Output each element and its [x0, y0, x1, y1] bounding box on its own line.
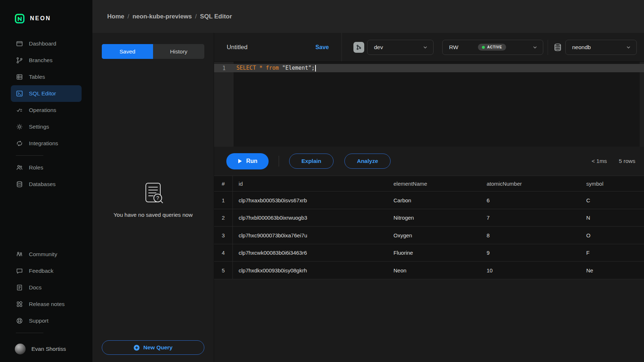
run-button[interactable]: Run	[226, 153, 269, 169]
table-row: 3 clp7hxc9000073b0ixa76ei7u Oxygen 8 O	[214, 227, 644, 244]
docs-icon	[16, 284, 23, 291]
feedback-icon	[16, 267, 23, 275]
sidebar-item-label: Operations	[29, 107, 56, 113]
status-label: ACTIVE	[487, 45, 502, 49]
sidebar-item-support[interactable]: Support	[11, 313, 82, 329]
branch-select[interactable]: dev	[367, 40, 434, 55]
save-query-button[interactable]: Save	[316, 44, 329, 51]
sql-operator-star: *	[259, 65, 266, 71]
cell-element-name: Fluorine	[393, 250, 487, 256]
text-cursor	[315, 65, 316, 72]
header-divider	[548, 40, 548, 55]
tab-history[interactable]: History	[153, 44, 204, 59]
sidebar-item-label: Community	[29, 251, 57, 258]
sidebar-item-settings[interactable]: Settings	[11, 118, 82, 135]
svg-text:?: ?	[156, 195, 159, 201]
table-row: 2 clp7hxbl000063b0ixrwuogb3 Nitrogen 7 N	[214, 209, 644, 227]
line-number: 1	[214, 65, 234, 72]
chevron-down-icon	[626, 44, 631, 50]
breadcrumb-project[interactable]: neon-kube-previews	[132, 13, 192, 20]
cell-id: clp7hxc9000073b0ixa76ei7u	[233, 232, 393, 238]
row-index: 5	[214, 262, 233, 279]
run-label: Run	[246, 158, 257, 164]
sidebar-item-label: Databases	[29, 181, 56, 188]
sql-table-name: "Element";	[282, 65, 314, 71]
cell-element-name: Carbon	[393, 197, 487, 203]
sidebar-item-databases[interactable]: Databases	[11, 176, 82, 193]
chevron-down-icon	[532, 44, 538, 50]
breadcrumb-separator: /	[195, 13, 197, 20]
breadcrumb-current-page: SQL Editor	[200, 13, 232, 20]
code-line-current: 1 SELECT * from "Element";	[214, 64, 644, 72]
neon-logo-icon	[15, 14, 25, 23]
cell-id: clp7hxdkx00093b0isy08gkrh	[233, 267, 393, 273]
operations-icon	[16, 107, 23, 114]
sidebar-item-label: Support	[29, 318, 48, 324]
cell-atomic-number: 10	[487, 267, 586, 273]
sql-code-editor[interactable]: 1 SELECT * from "Element";	[214, 61, 644, 147]
sidebar-item-roles[interactable]: Roles	[11, 159, 82, 176]
sidebar-item-tables[interactable]: Tables	[11, 69, 82, 85]
branch-select-value: dev	[374, 44, 383, 51]
roles-icon	[16, 164, 23, 171]
sidebar-item-release-notes[interactable]: Release notes	[11, 296, 82, 313]
play-icon	[238, 159, 242, 164]
query-title[interactable]: Untitled	[227, 44, 248, 51]
column-header-id: id	[233, 181, 393, 187]
column-header-symbol: symbol	[586, 181, 644, 187]
analyze-button[interactable]: Analyze	[344, 154, 391, 169]
sidebar-item-label: Dashboard	[29, 40, 56, 47]
row-index: 2	[214, 209, 233, 227]
sidebar-item-feedback[interactable]: Feedback	[11, 263, 82, 279]
chevron-down-icon	[422, 44, 428, 50]
neon-console: NEON Dashboard Branches Tables SQL Edito…	[0, 0, 644, 362]
row-index: 4	[214, 244, 233, 262]
query-row-count: 5 rows	[619, 158, 635, 164]
sidebar-item-docs[interactable]: Docs	[11, 279, 82, 296]
sidebar-item-operations[interactable]: Operations	[11, 102, 82, 118]
neon-logo[interactable]: NEON	[0, 12, 92, 25]
sidebar-item-community[interactable]: Community	[11, 246, 82, 263]
explain-button[interactable]: Explain	[289, 154, 334, 169]
sidebar-item-integrations[interactable]: Integrations	[11, 135, 82, 152]
sidebar-item-sql-editor[interactable]: SQL Editor	[11, 85, 82, 102]
dashboard-icon	[16, 40, 23, 47]
cell-id: clp7hxaxb00053b0isvs67xrb	[233, 197, 393, 203]
support-icon	[16, 317, 23, 324]
saved-queries-panel: Saved History ? You have no saved que	[92, 33, 214, 362]
results-footer-area	[214, 279, 644, 362]
sidebar-nav-footer: Community Feedback Docs Release notes Su…	[0, 246, 92, 329]
sidebar-nav-secondary: Roles Databases	[0, 159, 92, 193]
database-select[interactable]: neondb	[565, 40, 637, 55]
user-menu[interactable]: Evan Shortiss	[11, 341, 82, 357]
column-header-index: #	[214, 176, 233, 191]
sidebar-divider	[16, 333, 43, 333]
new-query-button[interactable]: New Query	[102, 340, 204, 355]
results-table: # id elementName atomicNumber symbol 1 c…	[214, 176, 644, 279]
databases-icon	[16, 181, 23, 188]
sidebar-item-label: Release notes	[29, 301, 65, 307]
editor-gutter	[214, 62, 234, 147]
sidebar-item-label: Feedback	[29, 268, 53, 274]
main-area: Home / neon-kube-previews / SQL Editor S…	[92, 0, 644, 362]
editor-scrollbar[interactable]	[640, 62, 644, 147]
sidebar-item-label: Docs	[29, 284, 42, 291]
sql-keyword-select: SELECT	[236, 65, 259, 71]
compute-endpoint-select[interactable]: RW ACTIVE	[442, 40, 543, 55]
tab-saved[interactable]: Saved	[102, 44, 153, 59]
sidebar-item-label: Integrations	[29, 140, 58, 147]
row-index: 3	[214, 227, 233, 244]
cell-id: clp7hxbl000063b0ixrwuogb3	[233, 215, 393, 221]
cell-atomic-number: 9	[487, 250, 586, 256]
table-row: 4 clp7hxcwk00083b0i6i3463r6 Fluorine 9 F	[214, 244, 644, 262]
database-icon	[553, 43, 562, 52]
query-actions-bar: Run Explain Analyze < 1ms 5 rows	[214, 147, 644, 176]
breadcrumb-home[interactable]: Home	[107, 13, 124, 20]
cell-symbol: O	[586, 232, 644, 238]
editor-header: Untitled Save dev RW	[214, 33, 644, 61]
sidebar-item-branches[interactable]: Branches	[11, 52, 82, 69]
cell-element-name: Oxygen	[393, 232, 487, 238]
cell-symbol: F	[586, 250, 644, 256]
breadcrumb: Home / neon-kube-previews / SQL Editor	[107, 13, 232, 20]
sidebar-item-dashboard[interactable]: Dashboard	[11, 35, 82, 52]
